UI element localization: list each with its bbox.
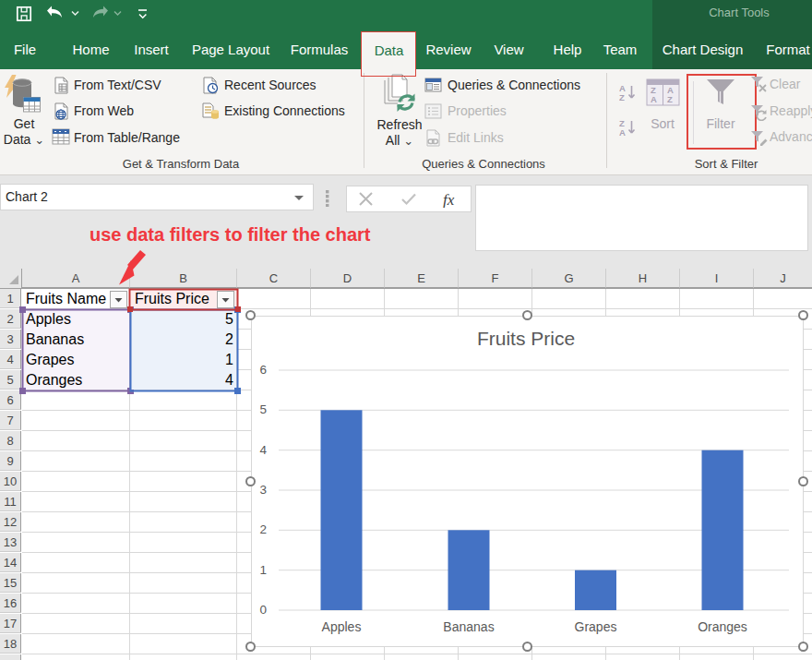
svg-text:Grapes: Grapes — [575, 619, 617, 634]
svg-text:Apples: Apples — [322, 619, 362, 634]
svg-text:fx: fx — [443, 191, 455, 208]
svg-text:5: 5 — [259, 402, 267, 416]
svg-text:2: 2 — [259, 522, 267, 536]
svg-text:6: 6 — [259, 363, 267, 377]
svg-text:Z: Z — [651, 85, 656, 95]
svg-text:Z: Z — [667, 94, 673, 104]
svg-text:Fruits Price: Fruits Price — [477, 328, 575, 349]
svg-text:0: 0 — [259, 603, 267, 617]
svg-text:Oranges: Oranges — [698, 619, 747, 634]
svg-text:A: A — [651, 94, 657, 104]
svg-text:3: 3 — [259, 483, 267, 497]
svg-text:A: A — [667, 85, 674, 95]
svg-text:4: 4 — [259, 443, 267, 457]
svg-text:Z: Z — [619, 92, 625, 102]
svg-text:1: 1 — [259, 563, 267, 577]
svg-text:Bananas: Bananas — [443, 619, 494, 634]
svg-text:A: A — [619, 127, 626, 138]
